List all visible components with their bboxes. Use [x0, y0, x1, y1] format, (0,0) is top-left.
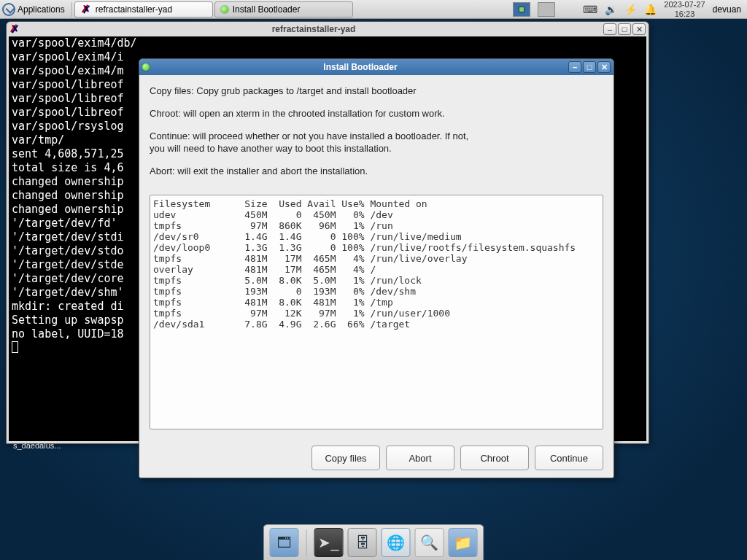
clock[interactable]: 2023-07-27 16:23	[664, 0, 705, 18]
terminal-launcher-icon[interactable]: ➤_	[314, 528, 344, 557]
separator	[71, 2, 72, 17]
dialog-line-continue: Continue: will proceed whether or not yo…	[150, 131, 603, 155]
workspace-switcher-active[interactable]	[513, 2, 530, 17]
copy-files-button[interactable]: Copy files	[311, 446, 380, 470]
dialog-line-copyfiles: Copy files: Copy grub packages to /targe…	[150, 85, 603, 98]
workspace-switcher-inactive[interactable]	[538, 2, 555, 17]
applications-label: Applications	[18, 4, 65, 15]
terminal-x-icon	[9, 24, 20, 34]
system-tray: ⌨ 🔉 ⚡ 🔔 2023-07-27 16:23 devuan	[513, 0, 747, 18]
bottom-dock: 🗔 ➤_ 🗄 🌐 🔍 📁	[263, 524, 484, 560]
continue-button[interactable]: Continue	[535, 446, 603, 470]
notification-bell-icon[interactable]: 🔔	[644, 4, 657, 15]
keyboard-icon[interactable]: ⌨	[583, 4, 597, 15]
dialog-message: Copy files: Copy grub packages to /targe…	[150, 85, 603, 187]
web-browser-icon[interactable]: 🌐	[382, 528, 411, 557]
taskbar-item-install-bootloader[interactable]: Install Bootloader	[214, 1, 353, 18]
dialog-titlebar[interactable]: Install Bootloader – □ ✕	[139, 59, 614, 75]
terminal-titlebar[interactable]: refractainstaller-yad – □ ✕	[7, 22, 649, 36]
dialog-title: Install Bootloader	[152, 62, 568, 72]
close-button[interactable]: ✕	[632, 23, 646, 35]
devuan-swirl-icon	[2, 3, 15, 16]
install-bootloader-dialog: Install Bootloader – □ ✕ Copy files: Cop…	[139, 58, 614, 478]
volume-icon[interactable]: 🔉	[605, 4, 617, 15]
terminal-x-icon	[81, 4, 91, 15]
yad-dialog-icon	[221, 6, 228, 13]
yad-dialog-icon	[142, 63, 150, 71]
filesystem-output[interactable]: Filesystem Size Used Avail Use% Mounted …	[150, 195, 603, 429]
show-desktop-icon[interactable]: 🗔	[270, 528, 299, 557]
dialog-button-row: Copy files Abort Chroot Continue	[139, 440, 614, 478]
dialog-close-button[interactable]: ✕	[597, 61, 611, 73]
chroot-button[interactable]: Chroot	[460, 446, 529, 470]
taskbar-item-refractainstaller[interactable]: refractainstaller-yad	[74, 1, 213, 18]
clock-date: 2023-07-27	[664, 0, 705, 9]
file-manager-icon[interactable]: 🗄	[348, 528, 377, 557]
clock-time: 16:23	[664, 9, 705, 18]
maximize-button[interactable]: □	[618, 23, 631, 35]
power-icon[interactable]: ⚡	[624, 4, 637, 15]
dialog-line-abort: Abort: will exit the installer and abort…	[150, 166, 603, 178]
task-label: refractainstaller-yad	[96, 4, 172, 15]
applications-menu[interactable]: Applications	[0, 0, 69, 18]
minimize-button[interactable]: –	[603, 23, 616, 35]
search-launcher-icon[interactable]: 🔍	[415, 528, 444, 557]
separator	[306, 529, 307, 556]
terminal-cursor	[12, 341, 18, 353]
folder-launcher-icon[interactable]: 📁	[449, 528, 478, 557]
dialog-line-chroot: Chroot: will open an xterm in the chroot…	[150, 108, 603, 120]
dialog-maximize-button[interactable]: □	[583, 61, 596, 73]
top-panel: Applications refractainstaller-yad Insta…	[0, 0, 747, 19]
terminal-title: refractainstaller-yad	[24, 24, 603, 34]
user-menu[interactable]: devuan	[713, 4, 741, 15]
task-label: Install Bootloader	[233, 4, 301, 15]
desktop-residual-text: s_daedalus...	[13, 441, 61, 450]
term-line: var/spool/exim4/db/	[12, 36, 643, 50]
dialog-minimize-button[interactable]: –	[568, 61, 581, 73]
abort-button[interactable]: Abort	[386, 446, 454, 470]
